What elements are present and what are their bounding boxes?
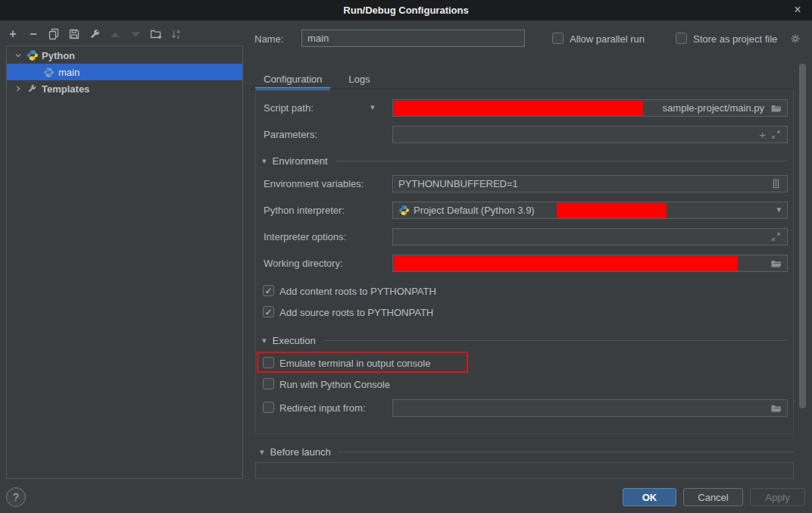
apply-button-label: Apply: [765, 492, 790, 503]
emulate-terminal-checkbox[interactable]: [263, 357, 274, 368]
section-divider: [323, 340, 788, 341]
open-folder-icon[interactable]: [770, 402, 782, 414]
working-directory-input[interactable]: [392, 255, 788, 272]
run-python-console-label: Run with Python Console: [280, 379, 390, 390]
emulate-terminal-label: Emulate terminal in output console: [280, 358, 430, 369]
before-launch-section-header[interactable]: ▾ Before launch: [260, 445, 794, 458]
store-as-project-file-checkbox[interactable]: [676, 33, 687, 44]
apply-button[interactable]: Apply: [750, 488, 805, 506]
add-content-roots-label: Add content roots to PYTHONPATH: [280, 286, 436, 297]
add-source-roots-checkbox[interactable]: ✓: [263, 306, 274, 317]
collapse-caret-icon[interactable]: ▾: [260, 447, 264, 457]
parameters-label: Parameters:: [264, 129, 317, 141]
ok-button-label: OK: [642, 492, 657, 503]
python-interpreter-select[interactable]: Project Default (Python 3.9) ▾: [392, 202, 788, 219]
before-launch-task-list[interactable]: [255, 462, 794, 479]
sort-configurations-icon[interactable]: az: [170, 27, 183, 42]
check-icon: ✓: [264, 286, 272, 296]
name-input[interactable]: main: [301, 30, 525, 47]
script-path-type-caret-icon[interactable]: ▾: [370, 102, 375, 112]
gear-icon[interactable]: [789, 33, 801, 45]
configurations-tree-panel: Python main Templates: [6, 45, 243, 479]
collapse-caret-icon[interactable]: ▾: [262, 156, 267, 166]
remove-configuration-icon[interactable]: −: [27, 27, 40, 42]
interpreter-options-label: Interpreter options:: [264, 231, 346, 243]
new-folder-icon[interactable]: [149, 27, 163, 42]
section-divider: [339, 452, 794, 452]
environment-variables-label: Environment variables:: [264, 178, 364, 190]
help-button[interactable]: ?: [6, 487, 26, 507]
name-label: Name:: [255, 33, 283, 45]
add-content-roots-checkbox[interactable]: ✓: [263, 285, 274, 296]
add-macro-icon[interactable]: +: [759, 128, 766, 141]
wrench-icon: [27, 83, 39, 95]
cancel-button[interactable]: Cancel: [683, 488, 743, 506]
tab-configuration-label: Configuration: [264, 74, 322, 85]
working-directory-label: Working directory:: [264, 258, 343, 270]
store-as-project-file-label: Store as project file: [693, 33, 777, 45]
python-icon: [27, 49, 39, 61]
interpreter-options-input[interactable]: [392, 228, 788, 246]
tab-logs[interactable]: Logs: [340, 69, 378, 89]
allow-parallel-run-label: Allow parallel run: [570, 33, 645, 45]
expand-field-icon[interactable]: [770, 231, 782, 243]
move-up-icon[interactable]: [108, 27, 122, 42]
vertical-scrollbar-thumb[interactable]: [799, 64, 806, 408]
tree-item-python[interactable]: Python: [7, 47, 242, 64]
tree-item-templates[interactable]: Templates: [7, 80, 242, 97]
tree-item-main[interactable]: main: [7, 64, 242, 80]
add-source-roots-label: Add source roots to PYTHONPATH: [280, 307, 433, 318]
cancel-button-label: Cancel: [698, 492, 728, 503]
redirect-input-checkbox[interactable]: [263, 402, 274, 413]
open-folder-icon[interactable]: [770, 102, 782, 114]
script-path-value: sample-project/main.py: [663, 102, 764, 114]
script-path-label: Script path:: [264, 102, 314, 114]
chevron-down-icon[interactable]: [13, 51, 23, 60]
parameters-input[interactable]: +: [392, 126, 788, 143]
add-configuration-icon[interactable]: +: [6, 27, 20, 42]
execution-section-header[interactable]: ▾ Execution: [262, 333, 788, 347]
python-icon: [398, 205, 411, 217]
python-icon: [43, 66, 56, 78]
tab-configuration[interactable]: Configuration: [255, 69, 330, 89]
allow-parallel-run-checkbox[interactable]: [552, 33, 564, 44]
redaction-block: [394, 101, 643, 116]
run-python-console-checkbox[interactable]: [263, 378, 274, 389]
python-interpreter-value: Project Default (Python 3.9): [414, 205, 535, 216]
title-bar: Run/Debug Configurations ×: [0, 0, 812, 20]
run-debug-configurations-dialog: Run/Debug Configurations × + − az: [0, 0, 812, 513]
python-interpreter-label: Python interpreter:: [264, 205, 345, 217]
edit-templates-icon[interactable]: [88, 27, 102, 42]
copy-configuration-icon[interactable]: [47, 27, 61, 42]
section-divider: [336, 161, 788, 161]
edit-variables-icon[interactable]: [770, 178, 782, 190]
execution-section-label: Execution: [273, 335, 316, 346]
chevron-right-icon[interactable]: [13, 84, 23, 93]
collapse-caret-icon[interactable]: ▾: [262, 336, 267, 346]
check-icon: ✓: [264, 308, 272, 317]
name-value: main: [308, 33, 329, 44]
expand-field-icon[interactable]: [770, 129, 782, 141]
dialog-title: Run/Debug Configurations: [343, 5, 468, 16]
redirect-input-field[interactable]: [392, 399, 788, 417]
save-configuration-icon[interactable]: [67, 27, 81, 42]
move-down-icon[interactable]: [129, 27, 142, 42]
redirect-input-label: Redirect input from:: [280, 402, 365, 414]
before-launch-section-label: Before launch: [270, 446, 331, 458]
redaction-block: [394, 256, 738, 271]
svg-text:a: a: [177, 29, 180, 34]
environment-section-header[interactable]: ▾ Environment: [262, 154, 788, 167]
dropdown-caret-icon[interactable]: ▾: [776, 205, 781, 214]
close-icon[interactable]: ×: [790, 2, 805, 17]
ok-button[interactable]: OK: [623, 488, 676, 506]
tree-item-templates-label: Templates: [42, 83, 89, 95]
help-icon: ?: [13, 491, 19, 503]
tab-logs-label: Logs: [348, 74, 370, 85]
tree-item-python-label: Python: [42, 50, 75, 61]
environment-variables-value: PYTHONUNBUFFERED=1: [398, 178, 518, 189]
tree-item-main-label: main: [58, 67, 80, 78]
open-folder-icon[interactable]: [770, 258, 782, 270]
script-path-input[interactable]: sample-project/main.py: [392, 99, 788, 117]
environment-variables-input[interactable]: PYTHONUNBUFFERED=1: [392, 175, 788, 192]
redaction-block: [557, 203, 667, 218]
